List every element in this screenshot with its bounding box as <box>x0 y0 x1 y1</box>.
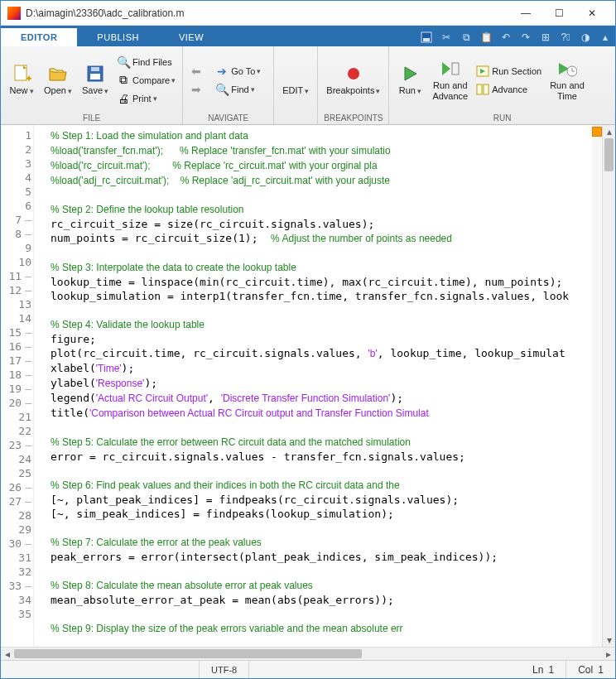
line-number[interactable]: 28 <box>1 508 33 522</box>
arrow-left-icon: ⬅ <box>190 65 203 78</box>
nav-back-button[interactable]: ⬅ <box>186 63 209 79</box>
warning-marker[interactable] <box>592 127 602 137</box>
ribbon-group-breakpoints: Breakpoints BREAKPOINTS <box>318 46 389 124</box>
line-number[interactable]: 32 <box>1 565 33 579</box>
line-number[interactable]: 13 <box>1 297 33 311</box>
line-number[interactable]: 8 <box>1 227 33 241</box>
line-number[interactable]: 1 <box>1 128 33 142</box>
vertical-scrollbar[interactable]: ▴ ▾ <box>602 125 615 647</box>
line-number[interactable]: 29 <box>1 522 33 537</box>
line-number[interactable]: 16 <box>1 340 33 354</box>
run-icon <box>400 64 420 84</box>
code-minimap-strip[interactable] <box>592 125 602 647</box>
line-number[interactable]: 14 <box>1 311 33 325</box>
find-button[interactable]: 🔍Find <box>212 81 270 98</box>
line-number[interactable]: 9 <box>1 241 33 255</box>
paste-icon[interactable]: 📋 <box>476 28 496 46</box>
svg-rect-5 <box>90 74 100 79</box>
minimize-strip-icon[interactable]: ▴ <box>595 28 615 46</box>
print-button[interactable]: 🖨Print <box>113 90 179 107</box>
line-number[interactable]: 27 <box>1 494 33 508</box>
scroll-up-arrow[interactable]: ▴ <box>603 125 615 138</box>
svg-text:✦: ✦ <box>25 73 31 84</box>
line-number[interactable]: 5 <box>1 185 33 199</box>
scroll-right-arrow[interactable]: ▸ <box>602 648 615 660</box>
switch-windows-icon[interactable]: ⊞ <box>536 28 556 46</box>
scroll-left-arrow[interactable]: ◂ <box>1 648 14 660</box>
run-section-button[interactable]: Run Section <box>473 63 545 79</box>
line-number[interactable]: 23 <box>1 438 33 452</box>
line-number[interactable]: 7 <box>1 213 33 227</box>
new-button[interactable]: ✦ New <box>4 48 39 112</box>
line-number[interactable]: 12 <box>1 283 33 297</box>
line-number[interactable]: 34 <box>1 593 33 607</box>
prefs-icon[interactable]: ◑ <box>575 28 595 46</box>
copy-icon[interactable]: ⧉ <box>456 28 476 46</box>
code-editor[interactable]: % Step 1: Load the simulation and plant … <box>34 125 615 647</box>
compare-button[interactable]: ⧉Compare <box>113 72 179 89</box>
run-button[interactable]: Run <box>392 48 427 112</box>
maximize-button[interactable]: ☐ <box>542 2 575 25</box>
line-number[interactable]: 21 <box>1 410 33 424</box>
line-number[interactable]: 10 <box>1 255 33 269</box>
tab-publish[interactable]: PUBLISH <box>77 28 159 46</box>
horizontal-scroll-thumb[interactable] <box>14 649 362 658</box>
minimize-button[interactable]: — <box>509 2 542 25</box>
group-label-run: RUN <box>392 112 612 124</box>
scroll-down-arrow[interactable]: ▾ <box>603 633 615 647</box>
vertical-scroll-thumb[interactable] <box>604 138 614 171</box>
cut-icon[interactable]: ✂ <box>436 28 456 46</box>
statusbar: UTF-8 Ln 1 Col 1 <box>1 660 615 678</box>
line-number[interactable]: 18 <box>1 368 33 382</box>
find-files-button[interactable]: 🔍Find Files <box>113 54 179 70</box>
line-number[interactable]: 24 <box>1 452 33 466</box>
line-number[interactable]: 3 <box>1 157 33 171</box>
line-number[interactable]: 35 <box>1 607 33 621</box>
svg-rect-6 <box>91 67 99 71</box>
line-number[interactable]: 20 <box>1 396 33 410</box>
line-number[interactable]: 6 <box>1 199 33 213</box>
horizontal-scrollbar[interactable]: ◂ ▸ <box>1 647 615 660</box>
undo-icon[interactable]: ↶ <box>496 28 516 46</box>
help-icon[interactable]: ?⃝ <box>556 28 575 46</box>
goto-icon: ➔ <box>215 65 229 78</box>
save-button[interactable]: Save <box>77 48 113 112</box>
titlebar: D:\aimagin\23360\adc_calibration.m — ☐ ✕ <box>1 1 615 26</box>
line-number[interactable]: 15 <box>1 325 33 340</box>
line-number[interactable]: 4 <box>1 171 33 185</box>
status-col[interactable]: Col 1 <box>566 661 615 678</box>
breakpoints-button[interactable]: Breakpoints <box>321 48 385 112</box>
edit-button[interactable]: EDIT <box>277 48 314 112</box>
tab-view[interactable]: VIEW <box>159 28 224 46</box>
run-time-button[interactable]: Run and Time <box>545 48 590 112</box>
line-gutter[interactable]: 1234567891011121314151617181920212223242… <box>1 125 34 647</box>
line-number[interactable]: 26 <box>1 480 33 494</box>
line-number[interactable]: 31 <box>1 551 33 565</box>
tab-editor[interactable]: EDITOR <box>1 28 77 46</box>
close-button[interactable]: ✕ <box>575 2 609 25</box>
open-button[interactable]: Open <box>39 48 77 112</box>
status-encoding[interactable]: UTF-8 <box>200 661 249 678</box>
line-number[interactable]: 22 <box>1 424 33 438</box>
line-number[interactable]: 11 <box>1 269 33 283</box>
line-number[interactable]: 17 <box>1 354 33 368</box>
line-number[interactable]: 2 <box>1 142 33 157</box>
svg-rect-8 <box>452 63 459 75</box>
status-line[interactable]: Ln 1 <box>521 661 566 678</box>
redo-icon[interactable]: ↷ <box>516 28 536 46</box>
line-number[interactable]: 33 <box>1 579 33 593</box>
nav-fwd-button[interactable]: ➡ <box>186 81 209 98</box>
advance-button[interactable]: Advance <box>473 81 545 98</box>
line-number[interactable]: 19 <box>1 382 33 396</box>
save-disk-icon <box>85 64 105 84</box>
group-label-bp: BREAKPOINTS <box>321 112 385 124</box>
line-number[interactable]: 25 <box>1 466 33 480</box>
goto-button[interactable]: ➔Go To <box>212 63 270 79</box>
run-advance-button[interactable]: Run and Advance <box>427 48 473 112</box>
save-icon[interactable] <box>416 28 436 46</box>
new-icon: ✦ <box>12 64 31 84</box>
find-files-icon: 🔍 <box>117 55 130 69</box>
compare-icon: ⧉ <box>117 74 130 87</box>
line-number[interactable]: 30 <box>1 537 33 551</box>
app-icon <box>7 7 21 20</box>
